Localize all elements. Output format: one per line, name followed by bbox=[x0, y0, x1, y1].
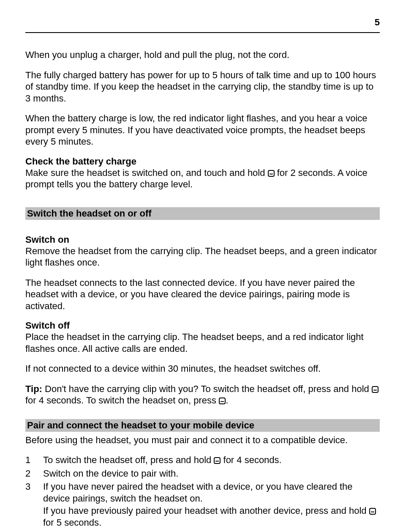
document-page: 5 When you unplug a charger, hold and pu… bbox=[0, 0, 403, 532]
paragraph: Place the headset in the carrying clip. … bbox=[25, 331, 380, 354]
text: If you have previously paired your heads… bbox=[43, 505, 369, 516]
text: for 4 seconds. To switch the headset on,… bbox=[25, 395, 219, 406]
tip-label: Tip: bbox=[25, 384, 42, 394]
multifunction-key-icon bbox=[219, 398, 226, 404]
text: for 5 seconds. bbox=[43, 517, 101, 528]
paragraph: The fully charged battery has power for … bbox=[25, 69, 380, 104]
text: for 4 seconds. bbox=[221, 455, 281, 465]
paragraph: When the battery charge is low, the red … bbox=[25, 112, 380, 148]
paragraph: Make sure the headset is switched on, an… bbox=[25, 167, 380, 190]
subheading-switch-off: Switch off bbox=[25, 320, 380, 331]
list-item: 3 If you have never paired the headset w… bbox=[25, 481, 380, 529]
step-number: 3 bbox=[25, 481, 43, 529]
list-item: 2 Switch on the device to pair with. bbox=[25, 468, 380, 480]
paragraph: Remove the headset from the carrying cli… bbox=[25, 245, 380, 269]
paragraph: When you unplug a charger, hold and pull… bbox=[25, 49, 380, 61]
section-heading-switch: Switch the headset on or off bbox=[25, 207, 380, 220]
text: Don't have the carrying clip with you? T… bbox=[42, 384, 372, 394]
list-item: 1 To switch the headset off, press and h… bbox=[25, 454, 380, 466]
step-number: 1 bbox=[25, 454, 43, 466]
section-heading-pair: Pair and connect the headset to your mob… bbox=[25, 419, 380, 432]
multifunction-key-icon bbox=[372, 386, 378, 393]
paragraph: The headset connects to the last connect… bbox=[25, 277, 380, 312]
text: Make sure the headset is switched on, an… bbox=[25, 167, 268, 178]
text: . bbox=[226, 395, 228, 406]
numbered-steps: 1 To switch the headset off, press and h… bbox=[25, 454, 380, 529]
multifunction-key-icon bbox=[268, 170, 275, 177]
text: Switch on the device to pair with. bbox=[43, 468, 178, 479]
text: If you have never paired the headset wit… bbox=[43, 481, 380, 504]
subheading-switch-on: Switch on bbox=[25, 234, 380, 245]
paragraph: If not connected to a device within 30 m… bbox=[25, 363, 380, 375]
text: To switch the headset off, press and hol… bbox=[43, 455, 214, 465]
paragraph: Before using the headset, you must pair … bbox=[25, 434, 380, 446]
multifunction-key-icon bbox=[369, 508, 376, 515]
multifunction-key-icon bbox=[214, 457, 221, 464]
tip-paragraph: Tip: Don't have the carrying clip with y… bbox=[25, 383, 380, 406]
step-number: 2 bbox=[25, 468, 43, 480]
subheading-check-battery: Check the battery charge bbox=[25, 156, 380, 167]
page-number: 5 bbox=[25, 17, 380, 33]
